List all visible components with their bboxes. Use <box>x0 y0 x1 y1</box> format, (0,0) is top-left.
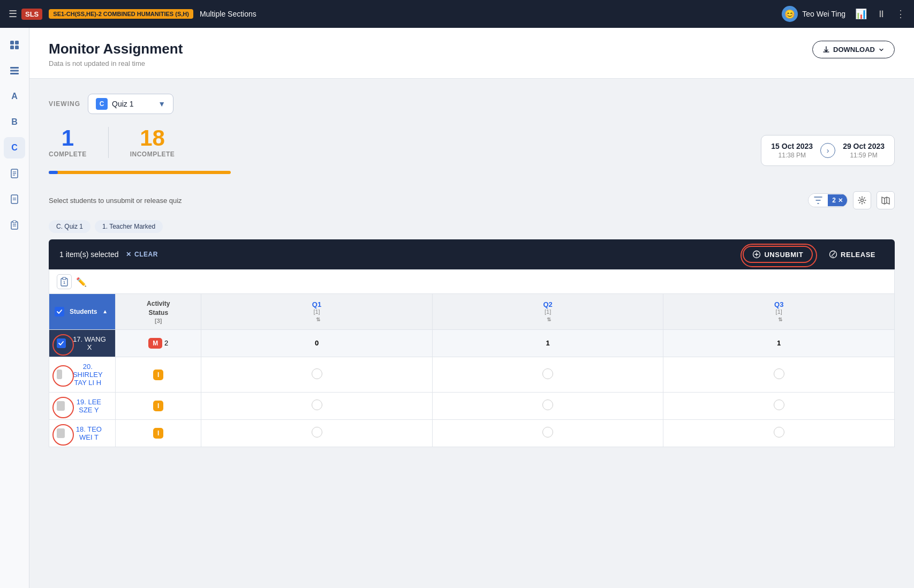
table-row: 18. TEO WEI T I <box>49 419 895 447</box>
release-button[interactable]: RELEASE <box>820 247 884 262</box>
row-checkbox-cell: 19. LEE SZE Y <box>49 392 116 419</box>
q2-empty <box>542 368 553 379</box>
download-button[interactable]: DOWNLOAD <box>812 41 895 58</box>
svg-text:1: 1 <box>63 281 65 284</box>
clipboard-number-icon[interactable]: 1 <box>57 274 72 289</box>
sort-icon-q1: ⇅ <box>316 316 320 322</box>
q1-cell: 0 <box>201 329 433 357</box>
sidebar-item-list[interactable] <box>4 60 25 81</box>
q3-empty <box>774 399 784 410</box>
end-time: 11:59 PM <box>843 152 885 159</box>
toolbar-icons: 2 ✕ <box>808 191 895 209</box>
q3-score: 1 <box>777 339 781 347</box>
filter-button[interactable] <box>809 194 828 207</box>
clear-label: CLEAR <box>134 251 158 258</box>
left-sidebar: A B C <box>0 28 29 588</box>
content-area: VIEWING C Quiz 1 ▼ 1 COMPLETE 18 INCOMPL… <box>29 79 914 462</box>
table-toolbar: Select students to unsubmit or release q… <box>49 185 895 216</box>
th-q2[interactable]: Q2 [1] ⇅ <box>432 294 663 330</box>
clear-button[interactable]: ✕ CLEAR <box>126 251 157 258</box>
date-arrow-icon[interactable]: › <box>820 143 835 158</box>
q1-cell <box>201 357 433 392</box>
topnav-right: 😊 Teo Wei Ting 📊 ⏸ ⋮ <box>782 6 905 22</box>
pause-icon[interactable]: ⏸ <box>877 9 886 20</box>
selection-actions: UNSUBMIT RELEASE <box>743 246 884 263</box>
sidebar-item-c[interactable]: C <box>4 137 25 159</box>
table-row: 17. WANG X M 2011 <box>49 329 895 357</box>
end-date-block: 29 Oct 2023 11:59 PM <box>843 142 885 159</box>
map-button[interactable] <box>877 191 895 209</box>
page-header: Monitor Assignment Data is not updated i… <box>29 28 914 79</box>
q2-empty <box>542 399 553 410</box>
incomplete-count: 18 <box>130 127 175 149</box>
row-checkbox[interactable] <box>57 370 62 379</box>
q1-empty <box>312 427 322 438</box>
quiz-selector[interactable]: C Quiz 1 ▼ <box>88 94 173 114</box>
start-time: 11:38 PM <box>771 152 813 159</box>
row-checkbox[interactable] <box>57 338 66 348</box>
row-checkbox-cell: 17. WANG X <box>49 329 116 357</box>
viewing-row: VIEWING C Quiz 1 ▼ <box>49 94 895 114</box>
svg-rect-3 <box>15 46 19 49</box>
row-checkbox-cell: 18. TEO WEI T <box>49 419 116 447</box>
unsubmit-label: UNSUBMIT <box>764 251 803 259</box>
sidebar-item-a[interactable]: A <box>4 86 25 107</box>
svg-rect-15 <box>13 221 16 223</box>
sidebar-item-doc[interactable] <box>4 189 25 210</box>
q3-cell <box>663 419 895 447</box>
settings-button[interactable] <box>853 191 871 209</box>
filter-tag-quiz[interactable]: C. Quiz 1 <box>49 220 90 233</box>
stats-section: 1 COMPLETE 18 INCOMPLETE <box>49 127 231 174</box>
user-area: 😊 Teo Wei Ting <box>782 6 845 22</box>
students-header: Students <box>70 308 97 315</box>
q2-cell <box>432 419 663 447</box>
top-navigation: ☰ SLS SE1-CH(SS,HE)-2 COMBINED HUMANITIE… <box>0 0 914 28</box>
sort-icon-q2: ⇅ <box>547 316 551 322</box>
filter-tag-marked[interactable]: 1. Teacher Marked <box>95 220 163 233</box>
selected-count-text: 1 item(s) selected <box>59 250 118 259</box>
more-icon[interactable]: ⋮ <box>896 8 905 20</box>
th-q3[interactable]: Q3 [1] ⇅ <box>663 294 895 330</box>
q1-score: 0 <box>315 339 319 347</box>
complete-count: 1 <box>49 127 87 149</box>
row-checkbox[interactable] <box>57 428 65 438</box>
chart-icon[interactable]: 📊 <box>855 8 867 20</box>
row-checkbox[interactable] <box>57 401 65 411</box>
sidebar-item-task[interactable] <box>4 163 25 184</box>
filter-count[interactable]: 2 ✕ <box>828 194 847 206</box>
hamburger-icon[interactable]: ☰ <box>9 8 17 20</box>
start-date: 15 Oct 2023 <box>771 142 813 150</box>
filter-clear-icon[interactable]: ✕ <box>838 197 843 204</box>
filter-badge: 2 ✕ <box>808 193 848 207</box>
complete-stat: 1 COMPLETE <box>49 127 108 158</box>
sort-up-icon[interactable]: ▲ <box>102 308 108 314</box>
filter-tags: C. Quiz 1 1. Teacher Marked <box>49 216 895 239</box>
svg-point-18 <box>861 199 864 202</box>
avatar: 😊 <box>782 6 798 22</box>
date-range-card: 15 Oct 2023 11:38 PM › 29 Oct 2023 11:59… <box>761 135 895 166</box>
page-title: Monitor Assignment <box>49 41 183 57</box>
q1-cell <box>201 392 433 419</box>
sidebar-item-b[interactable]: B <box>4 111 25 133</box>
q2-cell: 1 <box>432 329 663 357</box>
status-badge-i: I <box>153 428 163 439</box>
q1-empty <box>312 368 322 379</box>
sls-logo: SLS <box>21 9 42 20</box>
activity-status-cell: I <box>116 392 201 419</box>
selection-info: 1 item(s) selected ✕ CLEAR <box>59 250 158 259</box>
pencil-icon[interactable]: ✏️ <box>76 277 87 287</box>
release-label: RELEASE <box>841 251 875 259</box>
quiz-label: Quiz 1 <box>112 100 154 108</box>
table-row: 20. SHIRLEY TAY LI H I <box>49 357 895 392</box>
sidebar-item-clipboard[interactable] <box>4 214 25 236</box>
select-all-checkbox[interactable] <box>55 307 64 316</box>
svg-rect-11 <box>11 195 18 203</box>
sort-icon-q3: ⇅ <box>778 316 782 322</box>
th-q1[interactable]: Q1 [1] ⇅ <box>201 294 433 330</box>
unsubmit-button[interactable]: UNSUBMIT <box>743 246 813 263</box>
row-checkbox-cell: 20. SHIRLEY TAY LI H <box>49 357 116 392</box>
sidebar-item-grid[interactable] <box>4 34 25 56</box>
table-container: 1 ✏️ Students ▲ <box>49 269 895 447</box>
course-tag[interactable]: SE1-CH(SS,HE)-2 COMBINED HUMANITIES (S,H… <box>49 9 193 19</box>
header-text: Monitor Assignment Data is not updated i… <box>49 41 183 67</box>
